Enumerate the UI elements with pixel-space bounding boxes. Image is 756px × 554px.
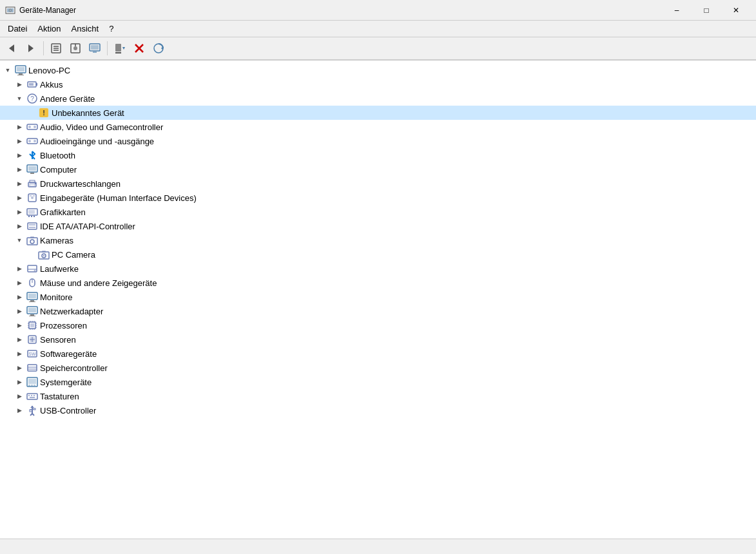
hid-label: Eingabegeräte (Human Interface Devices) bbox=[40, 193, 197, 203]
show-hidden-button[interactable] bbox=[86, 39, 104, 57]
software-icon: SW bbox=[26, 348, 38, 359]
update-driver-button[interactable] bbox=[66, 39, 84, 57]
akkus-expander[interactable] bbox=[14, 79, 24, 90]
cpu-icon bbox=[26, 320, 38, 331]
tree-ide[interactable]: IDE ATA/ATAPI-Controller bbox=[0, 219, 756, 233]
menu-help[interactable]: ? bbox=[104, 22, 119, 35]
unknown-device-icon: ! bbox=[38, 107, 50, 119]
tree-prozessoren[interactable]: Prozessoren bbox=[0, 318, 756, 332]
tree-netzwerk[interactable]: Netzwerkadapter bbox=[0, 304, 756, 318]
system-expander[interactable] bbox=[14, 377, 24, 387]
tastatur-label: Tastaturen bbox=[40, 392, 79, 401]
tree-maeuse[interactable]: Mäuse und andere Zeigegeräte bbox=[0, 276, 756, 290]
drucker-expander[interactable] bbox=[14, 178, 24, 189]
window-title: Geräte-Manager bbox=[19, 6, 662, 15]
tree-usb[interactable]: USB-Controller bbox=[0, 403, 756, 417]
tree-unbekanntes-geraet[interactable]: ! Unbekanntes Gerät bbox=[0, 106, 756, 120]
tastatur-expander[interactable] bbox=[14, 391, 24, 401]
audio-label: Audio, Video und Gamecontroller bbox=[40, 122, 163, 132]
laufwerke-expander[interactable] bbox=[14, 263, 24, 274]
usb-expander[interactable] bbox=[14, 405, 24, 416]
bluetooth-expander[interactable] bbox=[14, 150, 24, 160]
tree-audioeingaenge[interactable]: Audioeingänge und -ausgänge bbox=[0, 134, 756, 148]
svg-rect-73 bbox=[29, 301, 35, 302]
andere-expander[interactable] bbox=[14, 93, 24, 104]
netzwerk-expander[interactable] bbox=[14, 306, 24, 316]
svg-point-35 bbox=[34, 126, 36, 128]
storage-icon bbox=[26, 362, 38, 374]
tree-akkus[interactable]: Akkus bbox=[0, 77, 756, 91]
tree-monitore[interactable]: Monitore bbox=[0, 290, 756, 304]
menubar: Datei Aktion Ansicht ? bbox=[0, 21, 756, 37]
scan-button[interactable] bbox=[150, 39, 168, 57]
tree-tastatur[interactable]: Tastaturen bbox=[0, 389, 756, 403]
maximize-button[interactable]: □ bbox=[692, 0, 721, 21]
cpu-expander[interactable] bbox=[14, 320, 24, 330]
svg-marker-112 bbox=[30, 406, 34, 408]
svg-rect-40 bbox=[28, 166, 36, 171]
gpu-label: Grafikkarten bbox=[40, 207, 86, 217]
tree-computer[interactable]: Computer bbox=[0, 162, 756, 177]
tree-bluetooth[interactable]: Bluetooth bbox=[0, 148, 756, 162]
gpu-expander[interactable] bbox=[14, 207, 24, 217]
root-expander[interactable] bbox=[3, 65, 13, 75]
properties-button[interactable] bbox=[47, 39, 65, 57]
svg-point-59 bbox=[30, 240, 34, 244]
menu-aktion[interactable]: Aktion bbox=[32, 22, 66, 35]
tree-pc-camera[interactable]: PC Camera bbox=[0, 247, 756, 262]
svg-rect-14 bbox=[93, 52, 97, 53]
tree-kameras[interactable]: Kameras bbox=[0, 233, 756, 247]
svg-rect-23 bbox=[17, 67, 24, 72]
minimize-button[interactable]: – bbox=[662, 0, 692, 21]
close-button[interactable]: ✕ bbox=[721, 0, 751, 21]
ide-expander[interactable] bbox=[14, 221, 24, 231]
tree-audio-video[interactable]: Audio, Video und Gamecontroller bbox=[0, 120, 756, 134]
svg-rect-15 bbox=[115, 44, 121, 52]
back-button[interactable] bbox=[3, 39, 21, 57]
menu-datei[interactable]: Datei bbox=[3, 22, 32, 35]
software-expander[interactable] bbox=[14, 349, 24, 359]
camera-device-icon bbox=[38, 249, 50, 260]
tree-andere-geraete[interactable]: ? Andere Geräte bbox=[0, 91, 756, 106]
svg-marker-21 bbox=[161, 46, 163, 50]
menu-ansicht[interactable]: Ansicht bbox=[66, 22, 104, 35]
svg-rect-28 bbox=[29, 83, 34, 86]
uninstall-button[interactable] bbox=[130, 39, 148, 57]
monitore-label: Monitore bbox=[40, 292, 73, 302]
tree-system[interactable]: Systemgeräte bbox=[0, 375, 756, 389]
maeuse-label: Mäuse und andere Zeigegeräte bbox=[40, 278, 157, 288]
computer-expander[interactable] bbox=[14, 164, 24, 175]
maeuse-expander[interactable] bbox=[14, 278, 24, 288]
install-button[interactable] bbox=[111, 39, 129, 57]
audio-icon bbox=[26, 121, 38, 133]
unbekanntes-geraet-label: Unbekanntes Gerät bbox=[52, 108, 124, 118]
tree-sensoren[interactable]: Sensoren bbox=[0, 332, 756, 347]
tree-root[interactable]: Lenovo-PC bbox=[0, 63, 756, 77]
hid-icon bbox=[26, 192, 38, 204]
sensor-icon bbox=[26, 334, 38, 345]
sensoren-expander[interactable] bbox=[14, 334, 24, 345]
window-controls: – □ ✕ bbox=[662, 0, 751, 21]
monitore-expander[interactable] bbox=[14, 292, 24, 302]
tree-software[interactable]: SW Softwaregeräte bbox=[0, 347, 756, 361]
device-tree: Lenovo-PC Akkus ? Andere Geräte bbox=[0, 61, 756, 539]
svg-rect-103 bbox=[28, 385, 30, 386]
svg-rect-106 bbox=[27, 394, 37, 399]
audioio-expander[interactable] bbox=[14, 136, 24, 146]
hid-expander[interactable] bbox=[14, 193, 24, 203]
svg-rect-55 bbox=[28, 223, 37, 229]
tree-drucker[interactable]: Druckwarteschlangen bbox=[0, 177, 756, 191]
tree-laufwerke[interactable]: Laufwerke bbox=[0, 262, 756, 276]
tree-speicher[interactable]: Speichercontroller bbox=[0, 361, 756, 375]
netzwerk-label: Netzwerkadapter bbox=[40, 307, 103, 316]
app-icon bbox=[5, 5, 15, 15]
svg-point-47 bbox=[31, 196, 34, 199]
tree-grafikkarten[interactable]: Grafikkarten bbox=[0, 205, 756, 219]
speicher-expander[interactable] bbox=[14, 363, 24, 373]
kameras-expander[interactable] bbox=[14, 235, 24, 245]
audio-expander[interactable] bbox=[14, 122, 24, 132]
forward-button[interactable] bbox=[22, 39, 40, 57]
svg-rect-24 bbox=[19, 73, 23, 75]
tree-hid[interactable]: Eingabegeräte (Human Interface Devices) bbox=[0, 191, 756, 205]
andere-geraete-label: Andere Geräte bbox=[40, 94, 95, 104]
